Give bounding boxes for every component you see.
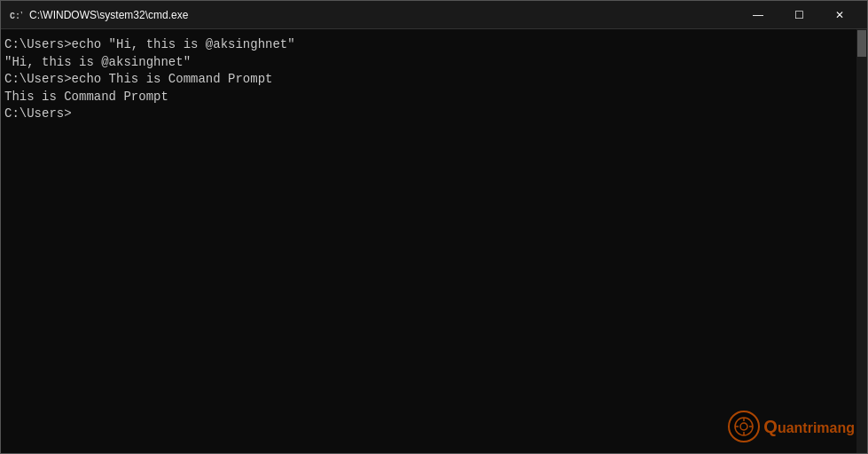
maximize-button[interactable]: ☐ xyxy=(778,1,819,29)
titlebar: C:\ C:\WINDOWS\system32\cmd.exe — ☐ ✕ xyxy=(1,1,867,29)
window-controls: — ☐ ✕ xyxy=(738,1,860,29)
window-title: C:\WINDOWS\system32\cmd.exe xyxy=(29,9,738,21)
terminal-line: C:\Users> xyxy=(4,106,864,123)
scrollbar[interactable] xyxy=(856,29,867,453)
app-icon: C:\ xyxy=(8,8,22,22)
terminal-line: C:\Users>echo "Hi, this is @aksinghnet" xyxy=(4,36,864,54)
terminal-line: C:\Users>echo This is Command Prompt xyxy=(4,71,864,89)
cmd-window: C:\ C:\WINDOWS\system32\cmd.exe — ☐ ✕ C:… xyxy=(0,0,868,454)
svg-text:C:\: C:\ xyxy=(10,12,22,21)
watermark: Quantrimang xyxy=(728,411,855,442)
terminal-output: C:\Users>echo "Hi, this is @aksinghnet""… xyxy=(4,36,864,123)
scrollbar-thumb[interactable] xyxy=(857,30,866,57)
terminal-line: This is Command Prompt xyxy=(4,89,864,106)
terminal-line: "Hi, this is @aksinghnet" xyxy=(4,54,864,72)
watermark-text: Quantrimang xyxy=(763,414,855,439)
minimize-button[interactable]: — xyxy=(738,1,778,29)
terminal-body[interactable]: C:\Users>echo "Hi, this is @aksinghnet""… xyxy=(1,29,867,453)
svg-point-3 xyxy=(740,423,747,430)
close-button[interactable]: ✕ xyxy=(819,1,860,29)
watermark-circle-icon xyxy=(728,411,760,442)
